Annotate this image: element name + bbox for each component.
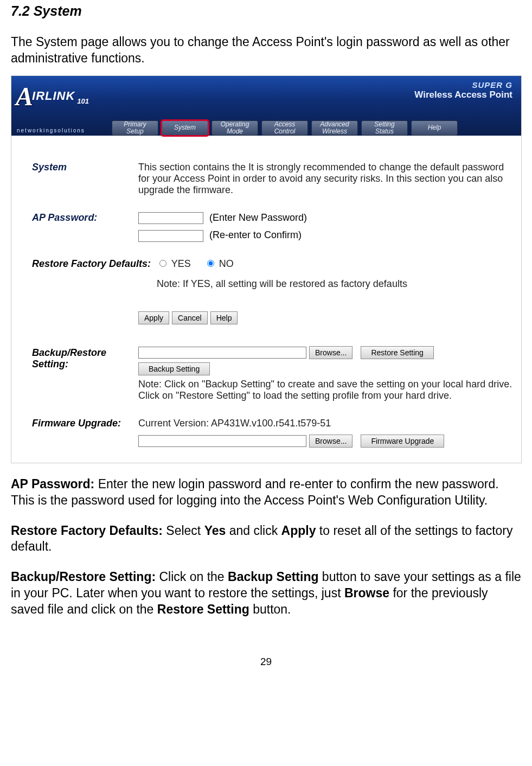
backup-note-2: Click on "Restore Setting" to load the s… [138,390,517,401]
product-tagline: SUPER G Wireless Access Point [414,80,512,100]
backup-setting-button[interactable]: Backup Setting [138,362,210,375]
restore-setting-button[interactable]: Restore Setting [361,346,434,359]
restore-defaults-note: Note: If YES, all setting will be restor… [157,278,517,290]
doc-browse-ref: Browse [344,586,389,600]
doc-backup-bold: Backup/Restore Setting: [11,570,156,584]
confirm-password-hint: (Re-enter to Confirm) [209,229,302,240]
doc-backup-text-d: button. [249,602,291,616]
restore-file-input[interactable] [138,347,306,359]
firmware-upgrade-label: Firmware Upgrade: [16,418,138,429]
doc-restore-text-b: and click [226,524,281,538]
doc-restore-defaults-paragraph: Restore Factory Defaults: Select Yes and… [11,523,521,556]
tab-primary-setup[interactable]: Primary Setup [112,120,158,136]
doc-backup-restore-paragraph: Backup/Restore Setting: Click on the Bac… [11,569,521,618]
system-description: This section contains the It is strongly… [138,162,517,196]
ui-header: A IRLINK 101 networkingsolutions SUPER G… [11,76,521,136]
restore-yes-radio[interactable] [159,260,166,267]
doc-backup-button-ref: Backup Setting [228,570,318,584]
doc-restore-apply: Apply [281,524,316,538]
doc-restore-bold: Restore Factory Defaults: [11,524,163,538]
new-password-input[interactable] [138,212,203,224]
backup-restore-label: Backup/Restore Setting: [16,346,138,370]
confirm-password-input[interactable] [138,230,203,242]
doc-backup-text-a: Click on the [156,570,228,584]
system-label: System [16,162,138,173]
new-password-hint: (Enter New Password) [209,212,307,223]
firmware-version: AP431W.v100.r541.t579-51 [211,418,331,429]
logo: A IRLINK 101 [16,81,89,111]
restore-no-label: NO [219,258,234,269]
tab-operating-mode[interactable]: Operating Mode [211,120,258,136]
firmware-version-label: Current Version: [138,418,211,429]
cancel-button[interactable]: Cancel [172,311,208,324]
doc-restore-text-a: Select [163,524,204,538]
doc-ap-password-bold: AP Password: [11,477,94,491]
logo-number: 101 [77,97,89,105]
logo-a-icon: A [16,81,33,111]
wap-label: Wireless Access Point [414,90,512,100]
firmware-file-input[interactable] [138,435,306,447]
section-intro: The System page allows you to change the… [11,34,521,67]
help-button[interactable]: Help [210,311,238,324]
tab-help[interactable]: Help [411,120,458,136]
restore-defaults-label: Restore Factory Defaults: [16,258,157,270]
doc-restore-button-ref: Restore Setting [157,602,249,616]
tab-advanced-wireless[interactable]: Advanced Wireless [311,120,358,136]
restore-yes-label: YES [171,258,191,269]
backup-note-1: Note: Click on "Backup Setting" to creat… [138,379,517,390]
doc-restore-yes: Yes [204,524,226,538]
router-ui-screenshot: A IRLINK 101 networkingsolutions SUPER G… [11,75,522,463]
firmware-upgrade-button[interactable]: Firmware Upgrade [361,435,444,448]
tab-access-control[interactable]: Access Control [261,120,308,136]
tab-setting-status[interactable]: Setting Status [361,120,408,136]
restore-no-radio[interactable] [207,260,214,267]
browse-firmware-button[interactable]: Browse... [309,435,352,448]
tab-system[interactable]: System [162,120,208,136]
ap-password-label: AP Password: [16,212,138,224]
super-g-label: SUPER G [414,80,512,90]
logo-text: IRLINK [32,89,75,103]
logo-subtext: networkingsolutions [17,127,85,133]
nav-tabs: Primary Setup System Operating Mode Acce… [112,120,458,136]
section-heading: 7.2 System [11,3,521,19]
doc-ap-password-paragraph: AP Password: Enter the new login passwor… [11,476,521,509]
apply-button[interactable]: Apply [138,311,169,324]
page-number: 29 [11,656,521,673]
browse-restore-button[interactable]: Browse... [309,346,352,359]
